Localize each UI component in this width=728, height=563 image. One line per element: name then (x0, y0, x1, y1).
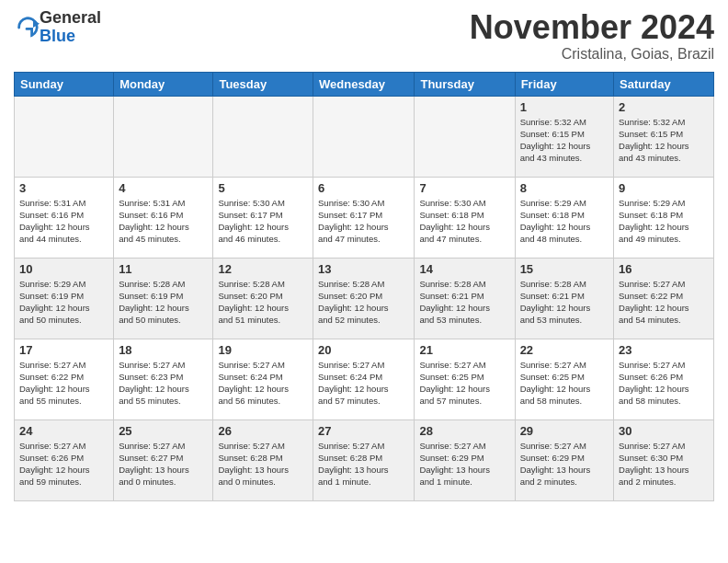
calendar-cell: 21Sunrise: 5:27 AM Sunset: 6:25 PM Dayli… (415, 339, 515, 419)
day-number: 16 (619, 262, 709, 276)
day-number: 29 (520, 424, 609, 438)
day-info: Sunrise: 5:28 AM Sunset: 6:19 PM Dayligh… (119, 278, 208, 327)
calendar-cell: 11Sunrise: 5:28 AM Sunset: 6:19 PM Dayli… (114, 258, 213, 339)
day-info: Sunrise: 5:29 AM Sunset: 6:18 PM Dayligh… (619, 197, 709, 246)
day-info: Sunrise: 5:32 AM Sunset: 6:15 PM Dayligh… (619, 116, 709, 165)
calendar-cell: 22Sunrise: 5:27 AM Sunset: 6:25 PM Dayli… (515, 339, 613, 419)
day-info: Sunrise: 5:28 AM Sunset: 6:20 PM Dayligh… (318, 278, 409, 327)
calendar-header-saturday: Saturday (614, 72, 714, 96)
calendar-cell: 24Sunrise: 5:27 AM Sunset: 6:26 PM Dayli… (15, 419, 114, 500)
day-info: Sunrise: 5:27 AM Sunset: 6:29 PM Dayligh… (419, 440, 509, 488)
calendar-cell: 14Sunrise: 5:28 AM Sunset: 6:21 PM Dayli… (415, 258, 515, 339)
day-info: Sunrise: 5:27 AM Sunset: 6:25 PM Dayligh… (419, 359, 509, 408)
calendar-cell: 20Sunrise: 5:27 AM Sunset: 6:24 PM Dayli… (313, 339, 415, 419)
day-number: 24 (19, 424, 108, 438)
calendar-cell: 28Sunrise: 5:27 AM Sunset: 6:29 PM Dayli… (415, 419, 515, 500)
day-number: 30 (619, 424, 709, 438)
calendar-cell: 29Sunrise: 5:27 AM Sunset: 6:29 PM Dayli… (515, 419, 613, 500)
day-number: 27 (318, 424, 409, 438)
calendar-cell: 2Sunrise: 5:32 AM Sunset: 6:15 PM Daylig… (614, 96, 714, 177)
day-number: 19 (218, 343, 308, 357)
calendar-cell: 8Sunrise: 5:29 AM Sunset: 6:18 PM Daylig… (515, 177, 613, 258)
day-number: 10 (19, 262, 108, 276)
calendar-week-4: 24Sunrise: 5:27 AM Sunset: 6:26 PM Dayli… (15, 419, 714, 500)
calendar-cell (313, 96, 415, 177)
calendar-header-wednesday: Wednesday (313, 72, 415, 96)
calendar-cell (15, 96, 114, 177)
day-info: Sunrise: 5:30 AM Sunset: 6:17 PM Dayligh… (218, 197, 308, 246)
day-info: Sunrise: 5:31 AM Sunset: 6:16 PM Dayligh… (19, 197, 108, 246)
day-number: 2 (619, 100, 709, 114)
calendar-cell: 23Sunrise: 5:27 AM Sunset: 6:26 PM Dayli… (614, 339, 714, 419)
day-info: Sunrise: 5:29 AM Sunset: 6:19 PM Dayligh… (19, 278, 108, 327)
calendar-cell: 10Sunrise: 5:29 AM Sunset: 6:19 PM Dayli… (15, 258, 114, 339)
calendar-cell: 13Sunrise: 5:28 AM Sunset: 6:20 PM Dayli… (313, 258, 415, 339)
calendar-cell: 25Sunrise: 5:27 AM Sunset: 6:27 PM Dayli… (114, 419, 213, 500)
day-number: 22 (520, 343, 609, 357)
day-number: 12 (218, 262, 308, 276)
location: Cristalina, Goias, Brazil (470, 46, 714, 63)
day-info: Sunrise: 5:27 AM Sunset: 6:25 PM Dayligh… (520, 359, 609, 408)
day-number: 7 (419, 181, 509, 195)
calendar-cell: 5Sunrise: 5:30 AM Sunset: 6:17 PM Daylig… (213, 177, 313, 258)
calendar-table: SundayMondayTuesdayWednesdayThursdayFrid… (14, 72, 714, 501)
logo-icon (14, 15, 40, 40)
day-info: Sunrise: 5:28 AM Sunset: 6:21 PM Dayligh… (520, 278, 609, 327)
day-info: Sunrise: 5:27 AM Sunset: 6:24 PM Dayligh… (218, 359, 308, 408)
day-number: 21 (419, 343, 509, 357)
header: General Blue November 2024 Cristalina, G… (14, 9, 714, 63)
day-number: 28 (419, 424, 509, 438)
day-info: Sunrise: 5:30 AM Sunset: 6:17 PM Dayligh… (318, 197, 409, 246)
day-info: Sunrise: 5:27 AM Sunset: 6:28 PM Dayligh… (318, 440, 409, 488)
day-info: Sunrise: 5:30 AM Sunset: 6:18 PM Dayligh… (419, 197, 509, 246)
calendar-header-thursday: Thursday (415, 72, 515, 96)
calendar-header-row: SundayMondayTuesdayWednesdayThursdayFrid… (15, 72, 714, 96)
day-info: Sunrise: 5:28 AM Sunset: 6:21 PM Dayligh… (419, 278, 509, 327)
day-info: Sunrise: 5:31 AM Sunset: 6:16 PM Dayligh… (119, 197, 208, 246)
calendar-cell: 26Sunrise: 5:27 AM Sunset: 6:28 PM Dayli… (213, 419, 313, 500)
day-number: 5 (218, 181, 308, 195)
day-number: 18 (119, 343, 208, 357)
calendar-cell: 17Sunrise: 5:27 AM Sunset: 6:22 PM Dayli… (15, 339, 114, 419)
day-number: 6 (318, 181, 409, 195)
day-number: 4 (119, 181, 208, 195)
logo-text: General Blue (40, 9, 101, 46)
month-title: November 2024 (470, 9, 714, 46)
calendar-header-monday: Monday (114, 72, 213, 96)
day-number: 25 (119, 424, 208, 438)
calendar-cell: 30Sunrise: 5:27 AM Sunset: 6:30 PM Dayli… (614, 419, 714, 500)
calendar-cell: 27Sunrise: 5:27 AM Sunset: 6:28 PM Dayli… (313, 419, 415, 500)
day-info: Sunrise: 5:27 AM Sunset: 6:22 PM Dayligh… (619, 278, 709, 327)
day-info: Sunrise: 5:27 AM Sunset: 6:23 PM Dayligh… (119, 359, 208, 408)
calendar-cell: 3Sunrise: 5:31 AM Sunset: 6:16 PM Daylig… (15, 177, 114, 258)
calendar-header-friday: Friday (515, 72, 613, 96)
calendar-week-0: 1Sunrise: 5:32 AM Sunset: 6:15 PM Daylig… (15, 96, 714, 177)
day-info: Sunrise: 5:27 AM Sunset: 6:27 PM Dayligh… (119, 440, 208, 488)
day-number: 11 (119, 262, 208, 276)
calendar-week-2: 10Sunrise: 5:29 AM Sunset: 6:19 PM Dayli… (15, 258, 714, 339)
calendar-cell (114, 96, 213, 177)
calendar-cell: 19Sunrise: 5:27 AM Sunset: 6:24 PM Dayli… (213, 339, 313, 419)
page: General Blue November 2024 Cristalina, G… (0, 0, 728, 563)
day-number: 13 (318, 262, 409, 276)
day-info: Sunrise: 5:32 AM Sunset: 6:15 PM Dayligh… (520, 116, 609, 165)
logo: General Blue (14, 9, 101, 46)
calendar-cell (213, 96, 313, 177)
calendar-cell: 9Sunrise: 5:29 AM Sunset: 6:18 PM Daylig… (614, 177, 714, 258)
day-info: Sunrise: 5:27 AM Sunset: 6:26 PM Dayligh… (19, 440, 108, 488)
calendar-cell: 16Sunrise: 5:27 AM Sunset: 6:22 PM Dayli… (614, 258, 714, 339)
day-info: Sunrise: 5:27 AM Sunset: 6:26 PM Dayligh… (619, 359, 709, 408)
day-number: 1 (520, 100, 609, 114)
calendar-cell: 4Sunrise: 5:31 AM Sunset: 6:16 PM Daylig… (114, 177, 213, 258)
day-number: 14 (419, 262, 509, 276)
calendar-week-3: 17Sunrise: 5:27 AM Sunset: 6:22 PM Dayli… (15, 339, 714, 419)
day-info: Sunrise: 5:27 AM Sunset: 6:28 PM Dayligh… (218, 440, 308, 488)
calendar-cell: 6Sunrise: 5:30 AM Sunset: 6:17 PM Daylig… (313, 177, 415, 258)
day-number: 17 (19, 343, 108, 357)
day-number: 26 (218, 424, 308, 438)
day-number: 8 (520, 181, 609, 195)
day-number: 3 (19, 181, 108, 195)
calendar-cell: 15Sunrise: 5:28 AM Sunset: 6:21 PM Dayli… (515, 258, 613, 339)
day-info: Sunrise: 5:29 AM Sunset: 6:18 PM Dayligh… (520, 197, 609, 246)
calendar-cell: 1Sunrise: 5:32 AM Sunset: 6:15 PM Daylig… (515, 96, 613, 177)
